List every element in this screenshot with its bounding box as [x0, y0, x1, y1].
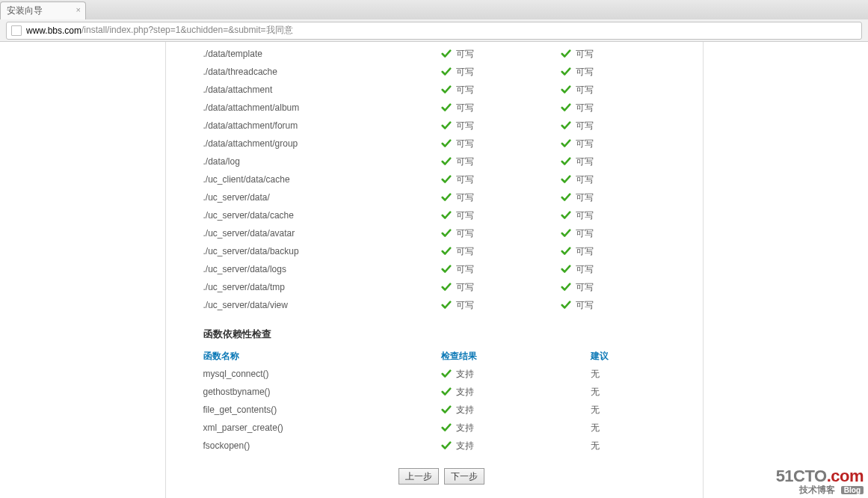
status-label: 可写	[456, 173, 474, 186]
watermark-text: 技术博客	[799, 485, 835, 495]
dir-path: ./data/template	[203, 49, 441, 59]
check-icon	[441, 282, 452, 292]
check-icon	[441, 156, 452, 167]
status-label: 可写	[456, 281, 474, 294]
check-icon	[441, 405, 452, 415]
watermark-text: 51CTO	[776, 467, 827, 485]
check-icon	[441, 387, 452, 397]
dir-status-current: 可写	[561, 84, 680, 96]
dir-status-current: 可写	[561, 156, 680, 168]
address-bar-wrap: www.bbs.com/install/index.php?step=1&uch…	[0, 19, 868, 42]
status-label: 可写	[456, 102, 474, 114]
dir-path: ./data/attachment/forum	[203, 120, 441, 131]
table-row: ./uc_server/data/avatar可写可写	[203, 224, 680, 242]
dir-status-required: 可写	[441, 227, 561, 240]
check-icon	[561, 49, 571, 59]
func-suggest: 无	[591, 386, 680, 399]
dir-status-current: 可写	[561, 48, 680, 61]
status-label: 可写	[576, 84, 594, 96]
func-suggest: 无	[591, 404, 680, 416]
func-result: 支持	[441, 386, 591, 399]
func-dependency-table: 函数名称 检查结果 建议 mysql_connect()支持无gethostby…	[203, 347, 680, 455]
table-row: ./uc_server/data/tmp可写可写	[203, 278, 680, 296]
dir-status-current: 可写	[561, 173, 680, 186]
status-label: 可写	[456, 209, 474, 222]
status-label: 可写	[456, 263, 474, 276]
dir-status-current: 可写	[561, 245, 680, 258]
status-label: 可写	[576, 48, 594, 61]
status-label: 可写	[576, 138, 594, 150]
dir-status-required: 可写	[441, 156, 561, 168]
check-icon	[441, 174, 452, 185]
table-row: ./uc_server/data/logs可写可写	[203, 260, 680, 278]
prev-button[interactable]: 上一步	[398, 468, 439, 485]
page-icon	[11, 25, 22, 36]
status-label: 可写	[576, 120, 594, 132]
func-table-header: 函数名称 检查结果 建议	[203, 347, 680, 365]
check-icon	[561, 264, 571, 274]
dir-status-required: 可写	[441, 281, 561, 294]
status-label: 可写	[576, 66, 594, 79]
status-label: 可写	[456, 156, 474, 168]
browser-tab[interactable]: 安装向导 ×	[0, 1, 86, 19]
dir-status-current: 可写	[561, 299, 680, 312]
status-label: 可写	[576, 263, 594, 276]
func-name: gethostbyname()	[203, 387, 441, 397]
check-icon	[441, 102, 452, 113]
check-icon	[441, 300, 452, 310]
check-icon	[561, 156, 571, 167]
table-row: ./data/template可写可写	[203, 45, 680, 63]
check-icon	[441, 67, 452, 77]
check-icon	[561, 84, 571, 95]
dir-status-current: 可写	[561, 281, 680, 294]
watermark-badge: Blog	[841, 486, 864, 494]
check-icon	[441, 422, 452, 433]
close-icon[interactable]: ×	[76, 6, 81, 14]
dir-status-required: 可写	[441, 102, 561, 114]
dir-path: ./data/attachment	[203, 84, 441, 95]
dir-path: ./data/attachment/album	[203, 102, 441, 113]
watermark-text: .com	[827, 467, 864, 485]
func-result: 支持	[441, 422, 591, 434]
func-suggest: 无	[591, 422, 680, 434]
dir-path: ./uc_server/data/logs	[203, 264, 441, 274]
dir-status-current: 可写	[561, 66, 680, 79]
dir-path: ./uc_server/data/avatar	[203, 228, 441, 239]
func-name: fsockopen()	[203, 440, 441, 451]
dir-status-current: 可写	[561, 227, 680, 240]
dir-status-required: 可写	[441, 245, 561, 258]
dir-status-current: 可写	[561, 120, 680, 132]
table-row: ./uc_server/data/view可写可写	[203, 296, 680, 314]
func-header-name: 函数名称	[203, 350, 441, 363]
dir-status-required: 可写	[441, 209, 561, 222]
table-row: ./uc_server/data/cache可写可写	[203, 206, 680, 224]
func-suggest: 无	[591, 440, 680, 452]
status-label: 可写	[456, 191, 474, 204]
dir-path: ./uc_server/data/tmp	[203, 282, 441, 292]
next-button[interactable]: 下一步	[444, 468, 484, 485]
func-section-title: 函数依赖性检查	[203, 328, 680, 341]
table-row: fsockopen()支持无	[203, 437, 680, 455]
func-header-suggest: 建议	[591, 350, 680, 363]
table-row: gethostbyname()支持无	[203, 383, 680, 401]
check-icon	[561, 67, 571, 77]
dir-status-current: 可写	[561, 138, 680, 150]
check-icon	[561, 300, 571, 310]
check-icon	[441, 84, 452, 95]
status-label: 可写	[456, 227, 474, 240]
status-label: 可写	[456, 48, 474, 61]
status-label: 可写	[576, 299, 594, 312]
check-icon	[441, 228, 452, 239]
status-label: 可写	[576, 173, 594, 186]
table-row: ./data/log可写可写	[203, 153, 680, 170]
dir-path: ./data/log	[203, 156, 441, 167]
dir-status-required: 可写	[441, 173, 561, 186]
dir-status-current: 可写	[561, 263, 680, 276]
table-row: mysql_connect()支持无	[203, 365, 680, 383]
check-icon	[441, 246, 452, 256]
dir-path: ./uc_server/data/cache	[203, 210, 441, 221]
address-bar[interactable]: www.bbs.com/install/index.php?step=1&uch…	[6, 22, 862, 40]
dir-status-required: 可写	[441, 66, 561, 79]
func-name: xml_parser_create()	[203, 422, 441, 433]
table-row: ./data/attachment/group可写可写	[203, 135, 680, 153]
